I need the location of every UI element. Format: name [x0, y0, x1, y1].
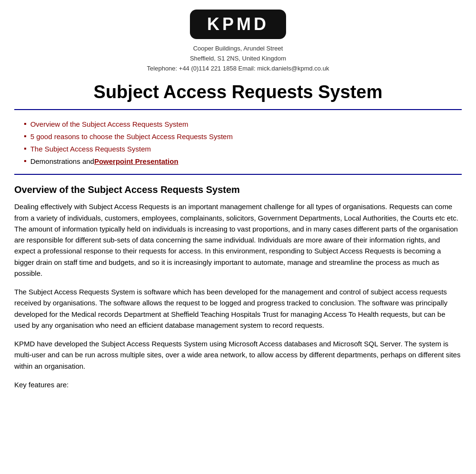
bottom-nav-divider [14, 174, 462, 175]
nav-link-powerpoint[interactable]: Powerpoint Presentation [94, 157, 178, 165]
top-divider [14, 109, 462, 110]
list-item: The Subject Access Requests System [24, 144, 462, 153]
list-item: 5 good reasons to choose the Subject Acc… [24, 132, 462, 141]
address-block: Cooper Buildings, Arundel Street Sheffie… [14, 44, 462, 73]
address-line1: Cooper Buildings, Arundel Street [14, 44, 462, 54]
nav-link-5reasons[interactable]: 5 good reasons to choose the Subject Acc… [30, 132, 233, 141]
section1-title: Overview of the Subject Access Requests … [14, 184, 462, 195]
list-item: Overview of the Subject Access Requests … [24, 120, 462, 128]
address-line2: Sheffield, S1 2NS, United Kingdom [14, 54, 462, 64]
section1-para4: Key features are: [14, 379, 462, 390]
section1-para2: The Subject Access Requests System is so… [14, 286, 462, 331]
list-item: Demonstrations and Powerpoint Presentati… [24, 157, 462, 165]
nav-list: Overview of the Subject Access Requests … [24, 120, 462, 165]
page-title: Subject Access Requests System [14, 82, 462, 102]
nav-link-overview[interactable]: Overview of the Subject Access Requests … [30, 120, 188, 128]
nav-link-system[interactable]: The Subject Access Requests System [30, 145, 151, 153]
logo: KPMD [207, 14, 269, 34]
contact-info: Telephone: +44 (0)114 221 1858 Email: mi… [14, 64, 462, 74]
section1-para3: KPMD have developed the Subject Access R… [14, 338, 462, 372]
demos-label: Demonstrations and [30, 157, 94, 165]
page-header: KPMD Cooper Buildings, Arundel Street Sh… [14, 10, 462, 73]
section1-para1: Dealing effectively with Subject Access … [14, 201, 462, 279]
logo-box: KPMD [190, 10, 286, 39]
